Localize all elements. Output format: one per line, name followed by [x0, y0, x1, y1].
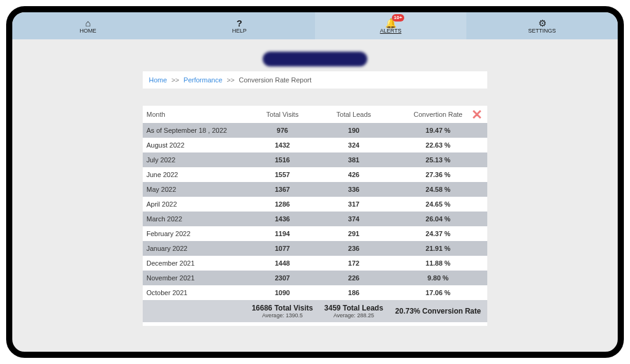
table-row: January 2022107723621.91 %	[143, 241, 487, 256]
cell-month: August 2022	[143, 138, 246, 152]
cell-rate: 25.13 %	[389, 152, 487, 167]
table-row: November 202123072269.80 %	[143, 271, 487, 285]
cell-rate: 22.63 %	[389, 138, 487, 152]
table-row: August 2022143232422.63 %	[143, 138, 487, 152]
cell-rate: 11.88 %	[389, 256, 487, 271]
table-row: February 2022119429124.37 %	[143, 226, 487, 241]
footer-leads-total: 3459 Total Leads	[322, 304, 385, 312]
close-icon[interactable]: ✕	[471, 108, 482, 122]
table-row: June 2022155742627.36 %	[143, 167, 487, 182]
cell-leads: 426	[319, 167, 389, 182]
cell-month: December 2021	[143, 256, 246, 271]
cell-leads: 374	[319, 212, 389, 226]
conversion-table: Month Total Visits Total Leads Convertio…	[143, 106, 487, 322]
cell-visits: 1090	[246, 285, 319, 300]
nav-home[interactable]: ⌂ HOME	[12, 12, 164, 39]
context-pill-wrap	[12, 52, 618, 66]
table-header-row: Month Total Visits Total Leads Convertio…	[143, 106, 487, 123]
cell-month: October 2021	[143, 285, 246, 300]
home-icon: ⌂	[85, 18, 90, 28]
device-frame: ⌂ HOME ? HELP 🔔 10+ ALERTS ⚙ SETTINGS Ho…	[6, 6, 624, 358]
context-pill[interactable]	[263, 52, 367, 66]
col-month: Month	[143, 106, 246, 123]
top-nav: ⌂ HOME ? HELP 🔔 10+ ALERTS ⚙ SETTINGS	[12, 12, 618, 39]
table-row: As of September 18 , 202297619019.47 %	[143, 123, 487, 138]
nav-alerts[interactable]: 🔔 10+ ALERTS	[315, 12, 466, 39]
cell-month: January 2022	[143, 241, 246, 256]
table-row: April 2022128631724.65 %	[143, 197, 487, 212]
cell-visits: 1448	[246, 256, 319, 271]
cell-leads: 226	[319, 271, 389, 285]
cell-visits: 1557	[246, 167, 319, 182]
table-row: May 2022136733624.58 %	[143, 182, 487, 197]
cell-visits: 1194	[246, 226, 319, 241]
cell-rate: 21.91 %	[389, 241, 487, 256]
cell-leads: 291	[319, 226, 389, 241]
nav-home-label: HOME	[80, 28, 97, 34]
table-footer-row: 16686 Total Visits Average: 1390.5 3459 …	[143, 300, 487, 322]
table-row: October 2021109018617.06 %	[143, 285, 487, 300]
col-visits: Total Visits	[246, 106, 319, 123]
cell-leads: 336	[319, 182, 389, 197]
report-panel: ✕ Month Total Visits Total Leads Convert…	[143, 106, 487, 326]
breadcrumb-sep: >>	[171, 76, 179, 84]
cell-leads: 172	[319, 256, 389, 271]
cell-month: As of September 18 , 2022	[143, 123, 246, 138]
cell-month: November 2021	[143, 271, 246, 285]
footer-visits-avg: Average: 1390.5	[250, 312, 315, 318]
breadcrumb-sep: >>	[226, 76, 234, 84]
nav-alerts-label: ALERTS	[380, 28, 402, 34]
cell-rate: 26.04 %	[389, 212, 487, 226]
cell-visits: 1286	[246, 197, 319, 212]
cell-leads: 190	[319, 123, 389, 138]
cell-month: March 2022	[143, 212, 246, 226]
breadcrumb-performance[interactable]: Performance	[183, 76, 222, 84]
cell-leads: 236	[319, 241, 389, 256]
cell-month: February 2022	[143, 226, 246, 241]
col-leads: Total Leads	[319, 106, 389, 123]
cell-visits: 2307	[246, 271, 319, 285]
cell-visits: 1077	[246, 241, 319, 256]
cell-rate: 17.06 %	[389, 285, 487, 300]
table-row: December 2021144817211.88 %	[143, 256, 487, 271]
cell-visits: 976	[246, 123, 319, 138]
help-icon: ?	[236, 18, 242, 28]
breadcrumb-current: Conversion Rate Report	[239, 76, 311, 84]
cell-rate: 24.37 %	[389, 226, 487, 241]
cell-visits: 1516	[246, 152, 319, 167]
cell-rate: 24.65 %	[389, 197, 487, 212]
cell-leads: 324	[319, 138, 389, 152]
table-row: July 2022151638125.13 %	[143, 152, 487, 167]
footer-leads-avg: Average: 288.25	[322, 312, 385, 318]
footer-visits-total: 16686 Total Visits	[250, 304, 315, 312]
cell-visits: 1432	[246, 138, 319, 152]
cell-rate: 19.47 %	[389, 123, 487, 138]
cell-visits: 1367	[246, 182, 319, 197]
cell-leads: 186	[319, 285, 389, 300]
gear-icon: ⚙	[538, 18, 546, 28]
cell-leads: 381	[319, 152, 389, 167]
cell-rate: 27.36 %	[389, 167, 487, 182]
nav-settings[interactable]: ⚙ SETTINGS	[466, 12, 618, 39]
cell-visits: 1436	[246, 212, 319, 226]
breadcrumb: Home >> Performance >> Conversion Rate R…	[143, 71, 487, 89]
cell-rate: 24.58 %	[389, 182, 487, 197]
nav-help[interactable]: ? HELP	[164, 12, 315, 39]
footer-rate: 20.73% Conversion Rate	[393, 307, 484, 315]
cell-month: June 2022	[143, 167, 246, 182]
cell-month: May 2022	[143, 182, 246, 197]
cell-rate: 9.80 %	[389, 271, 487, 285]
breadcrumb-home[interactable]: Home	[149, 76, 167, 84]
nav-settings-label: SETTINGS	[528, 28, 556, 34]
cell-leads: 317	[319, 197, 389, 212]
cell-month: April 2022	[143, 197, 246, 212]
nav-help-label: HELP	[232, 28, 247, 34]
table-row: March 2022143637426.04 %	[143, 212, 487, 226]
cell-month: July 2022	[143, 152, 246, 167]
alerts-badge: 10+	[392, 14, 404, 22]
